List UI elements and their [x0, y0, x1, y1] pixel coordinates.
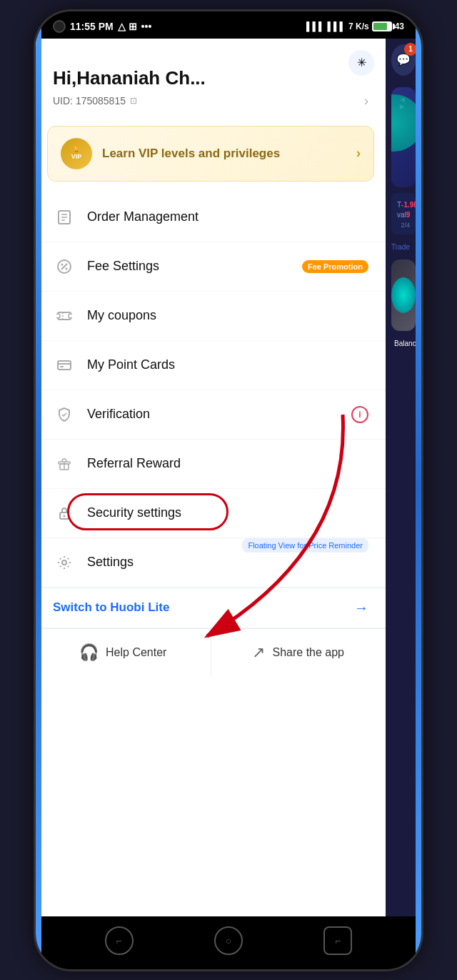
my-point-cards-label: My Point Cards [87, 357, 368, 372]
vip-icon: 🏆 VIP [61, 138, 92, 169]
menu-item-referral-reward[interactable]: Referral Reward [36, 440, 386, 489]
lock-icon [53, 502, 76, 525]
signal-icon: ▌▌▌ [306, 21, 325, 31]
svg-point-6 [61, 263, 64, 265]
time: 11:55 PM [70, 21, 114, 32]
menu-item-verification[interactable]: Verification i [36, 390, 386, 440]
nav-bar: ⌐ ○ ⌐ [36, 916, 421, 969]
card-icon [53, 354, 76, 377]
vip-banner-label: Learn VIP levels and privileges [102, 147, 356, 161]
profile-arrow[interactable]: › [364, 94, 368, 109]
notification-badge: 1 [404, 43, 417, 56]
svg-point-7 [66, 267, 68, 269]
change-percent-value: -1.98% [401, 201, 421, 209]
switch-lite-label: Switch to Huobi Lite [53, 600, 169, 615]
gift-icon [53, 452, 76, 475]
info-circle-icon[interactable]: i [351, 406, 368, 423]
trade-label: Trade [391, 240, 416, 254]
switch-lite-arrow-icon: → [354, 600, 368, 616]
user-greeting: Hi,Hananiah Ch... [53, 67, 368, 89]
recents-button[interactable]: ⌐ [323, 926, 352, 955]
notification-button[interactable]: 💬 1 [391, 44, 416, 76]
shield-icon [53, 403, 76, 426]
header-area: ✳ Hi,Hananiah Ch... UID: 175085815 ⊡ › [36, 39, 386, 114]
main-panel: ✳ Hi,Hananiah Ch... UID: 175085815 ⊡ › 🏆… [36, 39, 386, 916]
svg-point-9 [56, 314, 60, 318]
settings-label: Settings [87, 555, 368, 570]
svg-rect-12 [58, 361, 71, 370]
verification-label: Verification [87, 407, 351, 422]
floating-hint: Floating View for Price Reminder [242, 538, 368, 553]
floating-hint-text: Floating View for Price Reminder [248, 541, 363, 550]
svg-point-20 [62, 560, 66, 565]
change-value: 9 [406, 211, 411, 219]
menu-item-my-point-cards[interactable]: My Point Cards [36, 341, 386, 390]
side-stats-card: T -1.98% val 9 2/4 [391, 193, 416, 234]
wifi-icon: ▌▌▌ [327, 21, 346, 31]
headset-icon: 🎧 [79, 643, 99, 662]
tag-icon [53, 255, 76, 278]
svg-point-10 [69, 314, 72, 318]
battery-percent: 43 [395, 21, 404, 31]
status-bar: 11:55 PM △ ⊞ ••• ▌▌▌ ▌▌▌ 7 K/s 43 [36, 11, 421, 39]
notification-icons: △ ⊞ [118, 21, 137, 32]
gear-icon [53, 551, 76, 574]
menu-item-order-management[interactable]: Order Management [36, 193, 386, 242]
fee-promotion-badge: Fee Promotion [302, 260, 368, 273]
order-management-label: Order Management [87, 209, 368, 224]
settings-button[interactable]: ✳ [348, 50, 374, 76]
uid-row: UID: 175085815 ⊡ › [53, 94, 368, 109]
my-coupons-label: My coupons [87, 308, 368, 323]
side-bottom-card [391, 259, 416, 331]
home-button[interactable]: ○ [214, 926, 243, 955]
share-icon: ↗ [252, 643, 265, 662]
vip-arrow-icon: › [356, 146, 361, 161]
receipt-icon [53, 206, 76, 229]
snowflake-icon: ✳ [357, 56, 366, 69]
side-chart-card: ◀ ▶ [391, 87, 416, 187]
copy-uid-button[interactable]: ⊡ [130, 96, 137, 106]
info-text: i [358, 410, 361, 420]
svg-point-19 [64, 515, 66, 517]
help-center-button[interactable]: 🎧 Help Center [36, 629, 211, 676]
share-app-label: Share the app [272, 646, 344, 659]
teal-circle-decoration [391, 94, 416, 152]
battery-icon [372, 21, 392, 31]
back-button[interactable]: ⌐ [105, 926, 134, 955]
share-app-button[interactable]: ↗ Share the app [211, 629, 386, 676]
balances-label: Balances [391, 337, 416, 350]
menu-item-fee-settings[interactable]: Fee Settings Fee Promotion [36, 242, 386, 292]
more-icon: ••• [141, 21, 152, 32]
menu-item-settings[interactable]: Settings Floating View for Price Reminde… [36, 538, 386, 588]
svg-rect-14 [60, 366, 64, 367]
referral-reward-label: Referral Reward [87, 456, 368, 471]
camera [53, 20, 66, 33]
change-value-label: val [397, 211, 406, 219]
bottom-actions: 🎧 Help Center ↗ Share the app [36, 628, 386, 676]
menu-list: Order Management Fee Settings Fee Promot… [36, 193, 386, 588]
uid-label: UID: 175085815 [53, 95, 126, 107]
help-center-label: Help Center [106, 646, 166, 659]
pagination: 2/4 [397, 222, 410, 229]
side-panel: 💬 1 ◀ ▶ T -1.98% val [386, 39, 421, 916]
vip-banner[interactable]: 🏆 VIP Learn VIP levels and privileges › [47, 126, 374, 182]
security-settings-label: Security settings [87, 505, 368, 520]
coupon-icon [53, 305, 76, 327]
fee-settings-label: Fee Settings [87, 259, 296, 274]
menu-item-security-settings[interactable]: Security settings [36, 489, 386, 538]
switch-to-huobi-lite[interactable]: Switch to Huobi Lite → [36, 588, 386, 628]
speed: 7 K/s [348, 21, 369, 31]
menu-item-my-coupons[interactable]: My coupons [36, 292, 386, 341]
